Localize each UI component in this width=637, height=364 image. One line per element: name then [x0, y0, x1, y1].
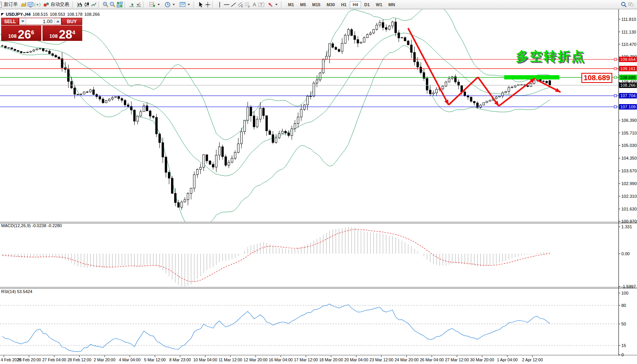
bull-candle — [294, 124, 296, 129]
bull-candle — [137, 116, 139, 121]
tab-mn[interactable]: MN — [386, 1, 398, 8]
bear-candle — [71, 81, 73, 88]
periods-button[interactable] — [163, 0, 177, 9]
tab-w1[interactable]: W1 — [373, 1, 385, 8]
autotrading-button[interactable]: 自动交易 — [41, 0, 71, 9]
bull-candle — [108, 99, 110, 101]
text-label-icon[interactable]: T — [258, 2, 264, 8]
new-order-button[interactable]: 新订单 — [0, 0, 20, 9]
bull-candle — [310, 96, 312, 96]
volume-stepper: 1.00 — [19, 18, 61, 25]
sell-price[interactable]: 108266 — [1, 25, 41, 41]
horizontal-line-icon[interactable] — [224, 2, 230, 8]
hline-handle[interactable] — [614, 58, 617, 61]
tab-m1[interactable]: M1 — [285, 1, 296, 8]
buy-price[interactable]: 108284 — [42, 25, 83, 41]
turning-point-annotation[interactable]: 多空转折点 — [516, 48, 585, 65]
bar-chart-icon[interactable] — [77, 2, 83, 8]
time-tick-label: 24 Mar 20:00 — [395, 357, 418, 362]
zoom-out-icon[interactable] — [110, 2, 116, 8]
bull-candle — [307, 96, 308, 105]
templates-button[interactable] — [178, 0, 192, 9]
market-watch-icon[interactable] — [20, 2, 27, 8]
bull-candle — [300, 110, 302, 117]
trend-arrow-segment[interactable] — [408, 28, 449, 105]
bear-candle — [404, 37, 406, 41]
chart-shift-icon[interactable] — [136, 2, 142, 8]
volume-decrease-button[interactable] — [19, 18, 26, 25]
volume-input[interactable]: 1.00 — [26, 18, 54, 25]
auto-scroll-icon[interactable] — [129, 2, 135, 8]
hline-handle[interactable] — [614, 67, 617, 70]
bear-candle — [2, 46, 3, 46]
line-chart-icon[interactable] — [91, 2, 97, 8]
bull-candle — [244, 120, 246, 131]
price-level-textbox[interactable]: 108.689 — [581, 73, 612, 83]
bear-candle — [14, 49, 16, 51]
bear-candle — [263, 108, 264, 115]
sell-button[interactable]: SELL — [1, 18, 19, 25]
horizontal-lines[interactable] — [0, 58, 619, 108]
time-tick-label: 10 Mar 04:00 — [193, 357, 217, 362]
hline-handle[interactable] — [614, 76, 617, 79]
text-icon[interactable]: A — [251, 2, 258, 8]
bear-candle — [272, 135, 274, 142]
volume-increase-button[interactable] — [54, 18, 61, 25]
signals-icon[interactable] — [34, 2, 41, 8]
arrows-icon — [267, 2, 273, 8]
fibonacci-icon[interactable]: F — [244, 2, 251, 8]
bear-candle — [11, 48, 13, 49]
dropdown-arrow-icon — [275, 4, 278, 5]
bull-candle — [278, 133, 280, 138]
trend-arrow-segment[interactable] — [449, 77, 478, 105]
green-zone[interactable] — [504, 75, 559, 79]
tab-d1[interactable]: D1 — [362, 1, 373, 8]
toolbar-separator — [73, 1, 75, 8]
trend-arrow-segment[interactable] — [478, 77, 499, 106]
bull-candle — [341, 43, 343, 51]
price-tag-label: 108.266 — [620, 83, 636, 88]
bull-candle — [379, 22, 381, 25]
tab-m30[interactable]: M30 — [324, 1, 337, 8]
tab-m5[interactable]: M5 — [297, 1, 308, 8]
tab-h4[interactable]: H4 — [350, 1, 361, 8]
dropdown-arrow-icon — [158, 4, 160, 5]
zoom-in-icon[interactable] — [103, 2, 109, 8]
turning-zone-rectangle[interactable] — [504, 75, 559, 79]
price-tag-label: 107.704 — [620, 93, 636, 98]
price-tick-label: 105.710 — [622, 131, 637, 135]
bear-candle — [417, 62, 418, 67]
trend-arrows[interactable] — [408, 28, 561, 106]
svg-text:E: E — [241, 5, 243, 8]
arrows-button[interactable] — [265, 0, 280, 9]
bollinger-upper-band — [0, 0, 550, 140]
bull-candle — [486, 101, 488, 103]
buy-price-pips: 28 — [59, 29, 72, 40]
tab-h1[interactable]: H1 — [338, 1, 349, 8]
bollinger-middle-band — [0, 33, 550, 176]
equidistant-channel-icon[interactable]: E — [237, 2, 244, 8]
trend-arrow-segment[interactable] — [499, 78, 535, 106]
vertical-line-icon[interactable] — [217, 2, 223, 8]
crosshair-icon[interactable] — [205, 2, 211, 8]
add-indicator-button[interactable] — [147, 0, 162, 9]
tile-windows-icon[interactable] — [117, 2, 123, 8]
pane-separators[interactable] — [0, 222, 637, 355]
candlestick-chart-icon[interactable] — [84, 2, 90, 8]
price-tags[interactable]: 109.654109.161108.689108.266107.704107.1… — [619, 57, 637, 110]
chat-icon[interactable] — [628, 2, 634, 8]
tab-m15[interactable]: M15 — [310, 1, 323, 8]
hline-handle[interactable] — [614, 106, 617, 108]
bull-candle — [80, 94, 82, 94]
time-tick-label: 28 Feb 12:00 — [68, 357, 91, 362]
trendline-icon[interactable] — [230, 2, 237, 8]
search-icon[interactable] — [621, 2, 627, 8]
mt4-window: 新订单 自动交易 — [0, 0, 637, 364]
hline-handle[interactable] — [614, 94, 617, 97]
cursor-icon[interactable] — [198, 2, 204, 8]
bear-candle — [52, 54, 54, 55]
buy-button[interactable]: BUY — [61, 18, 82, 25]
price-tick-label: 106.390 — [622, 118, 637, 123]
chart-window-icon[interactable] — [27, 2, 34, 8]
bull-candle — [181, 202, 183, 207]
